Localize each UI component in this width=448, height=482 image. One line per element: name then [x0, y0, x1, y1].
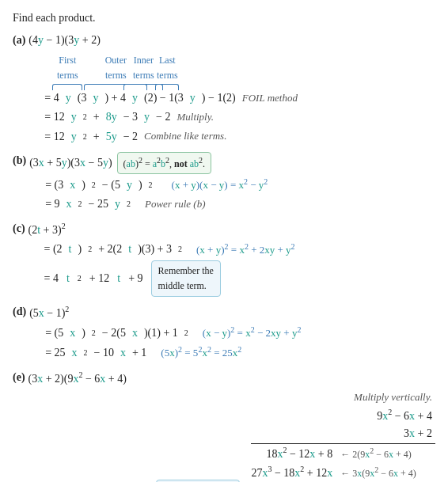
foil-last: Lastterms	[157, 53, 178, 83]
table-row-1: 9x2 − 6x + 4	[251, 406, 435, 425]
section-d: (d) (5x − 1)2 = (5x)2 − 2(5x)(1) + 12 (x…	[13, 303, 435, 362]
annotation-combine: Combine like terms.	[144, 128, 226, 145]
line-d2: = 25x2 − 10x + 1 (5x)2 = 52x2 = 25x2	[45, 343, 435, 362]
side-eq-b: (x + y)(x − y) = x2 − y2	[172, 176, 268, 194]
multiply-note: Multiply vertically.	[354, 389, 432, 406]
problem-b: (3x + 5y)(3x − 5y) (ab)2 = a2b2, not ab2…	[29, 152, 435, 174]
label-e: (e)	[13, 369, 25, 386]
callout-b: (ab)2 = a2b2, not ab2.	[117, 152, 211, 174]
line-d1: = (5x)2 − 2(5x)(1) + 12 (x − y)2 = x2 − …	[45, 324, 435, 342]
side-eq-c: (x + y)2 = x2 + 2xy + y2	[196, 241, 295, 259]
problem-a: (4y − 1)(3y + 2)	[28, 32, 435, 49]
foil-first: Firstterms	[57, 53, 78, 83]
callout-c: Remember themiddle term.	[151, 260, 221, 297]
section-a: (a) (4y − 1)(3y + 2) Firstterms Outerter…	[13, 32, 435, 146]
section-b: (b) (3x + 5y)(3x − 5y) (ab)2 = a2b2, not…	[13, 152, 435, 214]
side-eq-d2: (5x)2 = 52x2 = 25x2	[161, 343, 241, 362]
side-eq-d1: (x − y)2 = x2 − 2xy + y2	[203, 324, 302, 342]
foil-inner: Innerterms	[133, 53, 154, 83]
line-c1: = (2t)2 + 2(2t)(3) + 32 (x + y)2 = x2 + …	[44, 241, 435, 259]
line-b2: = 9x2 − 25y2 Power rule (b)	[45, 195, 435, 213]
section-c: (c) (2t + 3)2 = (2t)2 + 2(2t)(3) + 32 (x…	[13, 220, 435, 298]
label-a: (a)	[13, 32, 25, 49]
label-c: (c)	[13, 220, 25, 237]
line-a2: = 12y2 + 8y − 3y − 2 Multiply.	[44, 108, 435, 126]
line-a3: = 12y2 + 5y − 2 Combine like terms.	[44, 128, 435, 146]
table-row-2: 3x + 2	[251, 425, 435, 443]
problem-c: (2t + 3)2	[28, 220, 435, 239]
table-row-4: 27x3 − 18x2 + 12x ← 3x(9x2 − 6x + 4)	[251, 463, 435, 482]
line-a1: = 4y(3y) + 4y(2) − 1(3y) − 1(2) FOIL met…	[44, 89, 435, 107]
annotation-multiply: Multiply.	[177, 109, 214, 126]
annotation-foil: FOIL method	[242, 90, 298, 107]
intro: Find each product.	[13, 9, 435, 27]
section-e: (e) (3x + 2)(9x2 − 6x + 4) Multiply vert…	[13, 369, 435, 483]
problem-e: (3x + 2)(9x2 − 6x + 4)	[28, 369, 435, 388]
multiply-table: 9x2 − 6x + 4 3x + 2 18x2 − 12x + 8 ← 2(9…	[251, 406, 435, 482]
problem-d: (5x − 1)2	[29, 303, 435, 322]
table-row-3: 18x2 − 12x + 8 ← 2(9x2 − 6x + 4)	[251, 443, 435, 463]
label-b: (b)	[13, 152, 26, 169]
annotation-b: Power rule (b)	[145, 196, 206, 213]
line-b1: = (3x)2 − (5y)2 (x + y)(x − y) = x2 − y2	[45, 176, 435, 194]
label-d: (d)	[13, 303, 26, 321]
line-c2: = 4t2 + 12t + 9 Remember themiddle term.	[44, 260, 435, 297]
